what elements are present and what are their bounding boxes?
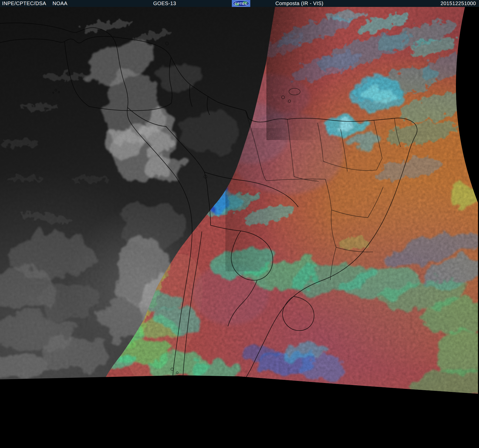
cptec-logo: CPTEC (232, 0, 250, 7)
logo-text: CPTEC (235, 2, 248, 6)
satellite-label: GOES-13 (153, 0, 176, 7)
cptec-logo-graphic: CPTEC (232, 0, 250, 7)
timestamp-label: 201512251000 (441, 0, 476, 7)
satellite-product-page: { "header": { "agency": "INPE/CPTEC/DSA"… (0, 0, 479, 448)
product-label: Composta (IR - VIS) (275, 0, 324, 7)
satellite-image (0, 0, 479, 448)
scan-footprint (0, 5, 479, 399)
agency-label: INPE/CPTEC/DSA (2, 0, 46, 7)
noaa-label: NOAA (53, 0, 67, 7)
